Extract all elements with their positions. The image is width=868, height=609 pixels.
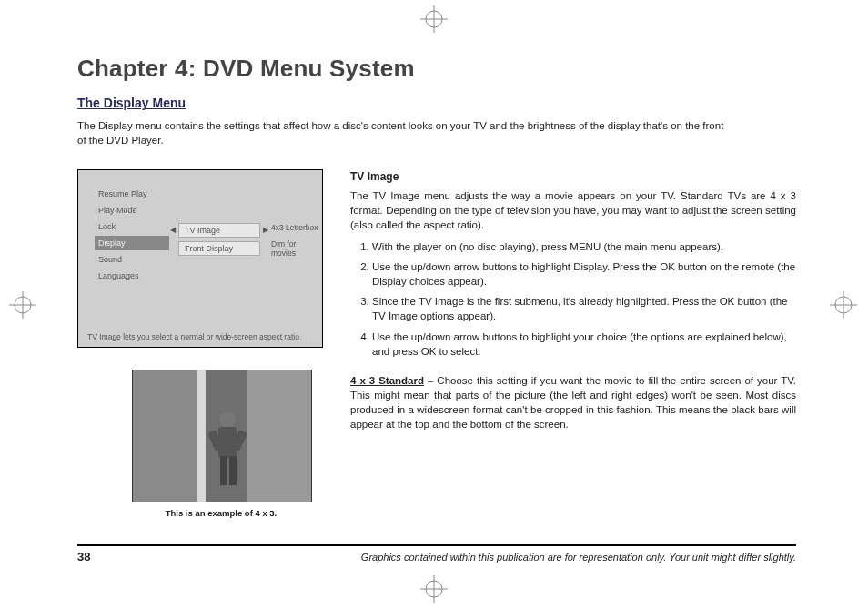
svg-rect-22 [229,456,237,485]
svg-point-17 [219,411,236,428]
standard-paragraph: 4 x 3 Standard – Choose this setting if … [350,373,796,431]
footer-note: Graphics contained within this publicati… [361,552,796,563]
step-item: Use the up/down arrow buttons to highlig… [372,259,796,289]
svg-point-3 [15,297,31,313]
menu-value: Dim for movies [271,239,322,258]
menu-item: Resume Play [95,187,169,201]
example-photo [132,370,312,502]
menu-left-list: Resume Play Play Mode Lock Display Sound… [95,187,169,285]
standard-label: 4 x 3 Standard [350,375,424,386]
intro-paragraph: The Display menu contains the settings t… [77,119,732,147]
crop-mark-top [420,5,448,33]
page-content: Chapter 4: DVD Menu System The Display M… [77,55,796,518]
step-item: With the player on (no disc playing), pr… [372,239,796,254]
tv-image-paragraph: The TV Image menu adjusts the way a movi… [350,188,796,232]
menu-submenu: Front Display [178,241,260,256]
menu-item: Sound [95,252,169,267]
crop-mark-bottom [420,575,448,603]
menu-right-list: 4x3 Letterbox Dim for movies [271,223,322,265]
crop-mark-left [9,291,36,319]
svg-point-6 [835,297,852,313]
menu-mid-list: TV Image Front Display [178,223,260,259]
chapter-title: Chapter 4: DVD Menu System [77,55,796,83]
menu-screenshot: Resume Play Play Mode Lock Display Sound… [77,169,323,348]
svg-rect-21 [220,456,227,485]
svg-point-9 [426,581,442,597]
svg-rect-13 [133,370,197,502]
page-number: 38 [77,550,90,563]
right-column: TV Image The TV Image menu adjusts the w… [350,169,796,518]
photo-caption: This is an example of 4 x 3. [132,508,310,518]
step-item: Since the TV Image is the first submenu,… [372,294,796,323]
menu-item-selected: Display [95,236,169,250]
steps-list: With the player on (no disc playing), pr… [350,239,796,359]
step-item: Use the up/down arrow buttons to highlig… [372,330,796,359]
svg-rect-14 [197,370,206,502]
section-title: The Display Menu [77,96,796,110]
menu-submenu: TV Image [178,223,260,238]
menu-value: 4x3 Letterbox [271,223,322,232]
menu-item: Lock [95,219,169,234]
svg-point-0 [426,11,442,27]
menu-caption: TV Image lets you select a normal or wid… [87,332,301,341]
svg-rect-16 [247,370,311,502]
tv-image-heading: TV Image [350,169,796,185]
crop-mark-right [830,291,857,319]
menu-item: Languages [95,269,169,283]
page-footer: 38 Graphics contained within this public… [77,544,796,563]
menu-item: Play Mode [95,203,169,218]
